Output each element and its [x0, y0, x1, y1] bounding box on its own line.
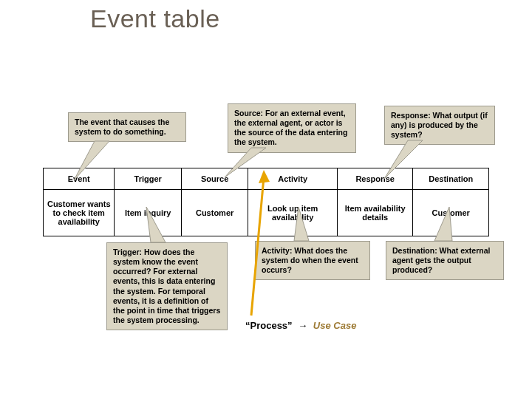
- callout-activity: Activity: What does the system do when t…: [255, 241, 370, 280]
- footer-annotation: “Process” → Use Case: [245, 320, 356, 331]
- td-event: Customer wants to check item availabilit…: [44, 190, 115, 236]
- td-source: Customer: [181, 190, 248, 236]
- callout-destination: Destination: What external agent gets th…: [386, 241, 504, 280]
- footer-process: “Process”: [245, 320, 293, 331]
- callout-trigger: Trigger: How does the system know the ev…: [106, 242, 228, 330]
- footer-usecase: Use Case: [313, 320, 357, 331]
- td-destination: Customer: [413, 190, 489, 236]
- th-event: Event: [44, 168, 115, 190]
- table-header-row: Event Trigger Source Activity Response D…: [44, 168, 489, 190]
- th-destination: Destination: [413, 168, 489, 190]
- th-source: Source: [181, 168, 248, 190]
- table-row: Customer wants to check item availabilit…: [44, 190, 489, 236]
- callout-event: The event that causes the system to do s…: [68, 112, 186, 142]
- td-trigger: Item inquiry: [115, 190, 181, 236]
- td-response: Item availability details: [337, 190, 413, 236]
- arrow-right-icon: →: [298, 320, 307, 331]
- callout-source: Source: For an external event, the exter…: [228, 103, 356, 153]
- td-activity: Look up item availability: [248, 190, 338, 236]
- slide-title: Event table: [90, 4, 220, 33]
- th-activity: Activity: [248, 168, 338, 190]
- event-table: Event Trigger Source Activity Response D…: [43, 168, 489, 236]
- callout-response: Response: What output (if any) is produc…: [384, 106, 495, 145]
- th-trigger: Trigger: [115, 168, 181, 190]
- th-response: Response: [337, 168, 413, 190]
